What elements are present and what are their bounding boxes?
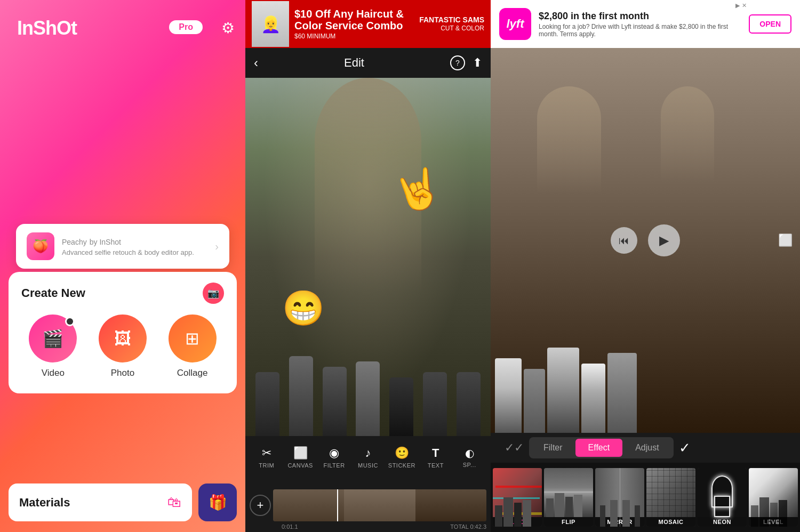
ad-brand-name: FANTASTIC SAMS [419,15,484,25]
ad-discount: $10 Off Any Haircut & [294,8,414,20]
trim-tool[interactable]: ✂ TRIM [250,446,283,469]
filter-icon: ◉ [329,446,339,460]
person-3 [547,348,579,433]
lyft-title: $2,800 in the first month [539,11,741,22]
timeline-track[interactable] [273,489,486,521]
effect-glitch[interactable]: GLITCH [493,468,542,527]
speed-label: SP... [463,462,476,468]
ad-banner[interactable]: 👱‍♀️ $10 Off Any Haircut & Color Service… [245,0,491,48]
effect-strip: GLITCH FLIP [491,463,800,532]
editor-title: Edit [344,56,364,70]
back-button[interactable]: ‹ [254,55,258,70]
crowd-figure [255,372,279,436]
l-person [751,505,758,527]
crowd-figure [389,377,413,436]
filter-tab[interactable]: Filter [531,439,575,457]
collage-label: Collage [177,368,208,378]
peachy-text: Peachy by InShot Advanced selfie retouch… [62,236,207,256]
m-person [622,500,630,527]
photo-circle: 🖼 [99,315,147,362]
sticker-tool[interactable]: 🙂 STICKER [385,446,419,469]
lyft-ad[interactable]: lyft $2,800 in the first month Looking f… [491,0,800,48]
sticker-smile[interactable]: 😁 [282,288,325,328]
confirm-button[interactable]: ✓ [679,440,691,456]
canvas-icon: ⬜ [293,446,308,460]
level-preview [749,468,798,517]
materials-button[interactable]: Materials 🛍 [9,483,192,521]
effect-mosaic[interactable]: MOSAIC [646,468,695,527]
glitch-preview [493,468,542,517]
effect-neon[interactable]: NEON [698,468,747,527]
effect-tabs-wrapper: ✓✓ Filter Effect Adjust ✓ [499,437,791,458]
sticker-hand[interactable]: 🤘 [390,164,445,216]
trim-label: TRIM [259,462,274,469]
video-frame: 🤘 😁 [245,78,491,436]
music-tool[interactable]: ♪ MUSIC [351,446,385,469]
center-panel: 👱‍♀️ $10 Off Any Haircut & Color Service… [245,0,491,532]
create-options: 🎬 Video 🖼 Photo ⊞ Collage [21,315,224,378]
m-person [635,505,640,527]
camera-icon-btn[interactable]: 📷 [203,283,224,304]
g-person [495,505,502,527]
split-tool-icon[interactable]: ⬜ [775,231,795,250]
flip-label: FLIP [544,517,593,527]
peachy-title: Peachy by InShot [62,236,207,247]
share-icon[interactable]: ⬆ [473,56,482,70]
ad-minimum: $60 MINIMUM [294,33,414,40]
person-5 [607,353,637,433]
text-label: TEXT [428,462,444,469]
l-person [770,503,778,527]
level-preview-people [749,495,798,527]
create-new-title: Create New [21,286,85,300]
left-panel: InShOt Pro ⚙ 🍑 Peachy by InShot Advanced… [0,0,245,532]
effect-flip[interactable]: FLIP [544,468,593,527]
notification-dot [65,317,75,326]
mosaic-preview [646,468,695,517]
create-option-video[interactable]: 🎬 Video [29,315,77,378]
canvas-tool[interactable]: ⬜ CANVAS [283,446,317,469]
preview-frame: ⏮ ▶ ⬜ [491,48,800,433]
double-check-button[interactable]: ✓✓ [505,441,524,455]
person-4 [581,364,605,433]
total-time: TOTAL 0:42.3 [450,523,486,530]
crowd-figure [457,372,481,436]
neon-body [714,496,730,517]
glitch-line [495,486,542,488]
peachy-arrow-icon: › [215,240,219,253]
pro-badge[interactable]: Pro [169,20,203,34]
create-option-collage[interactable]: ⊞ Collage [169,315,217,378]
shop-icon: 🛍 [167,494,181,511]
m-person [600,505,605,527]
play-button[interactable]: ▶ [648,224,680,256]
lyft-logo: lyft [499,8,531,40]
effect-mirror[interactable]: MIRROR [595,468,644,527]
filter-tool[interactable]: ◉ FILTER [317,446,351,469]
gift-button[interactable]: 🎁 [198,483,237,521]
timeline-segment [344,489,415,521]
gear-icon[interactable]: ⚙ [221,19,235,37]
text-tool[interactable]: T TEXT [419,446,452,469]
effect-tab[interactable]: Effect [575,439,623,457]
lyft-open-button[interactable]: OPEN [749,14,791,34]
l-person [779,500,787,527]
speed-tool[interactable]: ◐ SP... [453,447,486,468]
crowd-figure [423,372,447,436]
ad-discount2: Color Service Combo [294,20,414,31]
editor-toolbar: ✂ TRIM ⬜ CANVAS ◉ FILTER ♪ MUSIC 🙂 STICK… [245,436,491,479]
preview-arch-left [537,86,601,193]
peachy-card[interactable]: 🍑 Peachy by InShot Advanced selfie retou… [16,224,229,269]
effect-level[interactable]: LEVEL [749,468,798,527]
person-2 [524,369,545,433]
text-icon: T [432,446,439,460]
filter-label: FILTER [324,462,345,469]
flip-preview [544,468,593,517]
adjust-tab[interactable]: Adjust [622,439,671,457]
create-option-photo[interactable]: 🖼 Photo [99,315,147,378]
preview-arch-right [661,86,714,182]
add-clip-button[interactable]: + [250,495,271,516]
help-icon[interactable]: ? [450,55,465,70]
skip-back-button[interactable]: ⏮ [611,227,637,254]
speed-icon: ◐ [465,447,474,460]
create-new-header: Create New 📷 [21,283,224,304]
nav-actions: ? ⬆ [450,55,482,70]
